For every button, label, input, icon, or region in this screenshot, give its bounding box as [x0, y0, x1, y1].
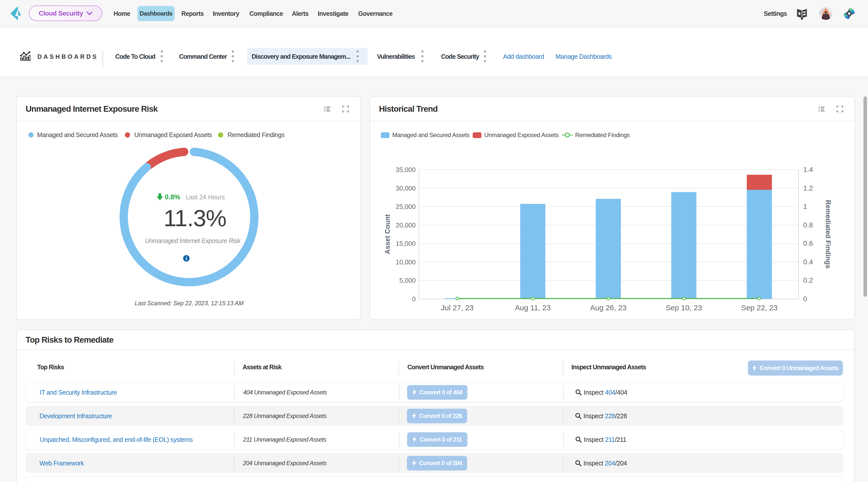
svg-text:30,000: 30,000 — [396, 185, 416, 192]
svg-text:0.8: 0.8 — [803, 221, 813, 229]
svg-text:Remediated Findings: Remediated Findings — [824, 200, 832, 268]
svg-text:0: 0 — [412, 295, 416, 303]
svg-text:0: 0 — [803, 295, 807, 303]
svg-text:0.2: 0.2 — [803, 277, 813, 284]
svg-text:20,000: 20,000 — [396, 221, 416, 229]
svg-text:25,000: 25,000 — [396, 203, 416, 211]
svg-text:1.4: 1.4 — [803, 166, 813, 173]
svg-text:Sep 10, 23: Sep 10, 23 — [665, 303, 702, 312]
svg-text:0.6: 0.6 — [803, 239, 813, 247]
svg-text:Aug 11, 23: Aug 11, 23 — [515, 303, 551, 312]
svg-text:10,000: 10,000 — [396, 258, 416, 266]
svg-text:5,000: 5,000 — [399, 277, 416, 284]
svg-text:35,000: 35,000 — [396, 166, 416, 173]
svg-text:1.2: 1.2 — [803, 184, 813, 192]
svg-text:Asset Count: Asset Count — [384, 214, 391, 254]
svg-text:Aug 26, 23: Aug 26, 23 — [590, 303, 626, 312]
svg-text:Jul 27, 23: Jul 27, 23 — [441, 303, 474, 312]
svg-text:15,000: 15,000 — [396, 240, 416, 247]
svg-text:Sep 22, 23: Sep 22, 23 — [741, 303, 778, 312]
svg-text:1: 1 — [803, 202, 807, 211]
svg-text:0.4: 0.4 — [803, 258, 813, 266]
